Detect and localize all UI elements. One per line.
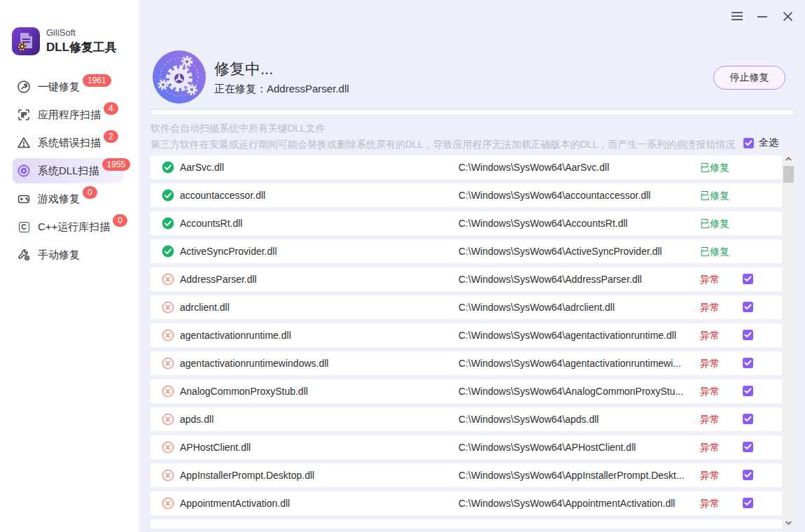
description-line-1: 软件会自动扫描系统中所有关键DLL文件	[150, 122, 326, 135]
select-all-checkbox[interactable]	[743, 138, 754, 148]
sidebar-item-system-dll-scan[interactable]: 系统DLL扫描 1955	[0, 157, 139, 185]
dll-name: ActiveSyncProvider.dll	[180, 239, 277, 263]
sidebar-item-one-key-repair[interactable]: 一键修复 1961	[0, 73, 139, 101]
dll-name: AddressParser.dll	[180, 267, 257, 291]
table-row[interactable]: adrclient.dll C:\Windows\SysWow64\adrcli…	[150, 295, 782, 319]
row-checkbox[interactable]	[743, 442, 753, 452]
table-row[interactable]: APHostClient.dll C:\Windows\SysWow64\APH…	[150, 435, 782, 459]
dll-path: C:\Windows\SysWow64\AnalogCommonProxyStu…	[458, 379, 683, 403]
row-checkbox[interactable]	[743, 302, 753, 312]
error-x-icon	[162, 497, 174, 510]
table-row[interactable]: AnalogCommonProxyStub.dll C:\Windows\Sys…	[150, 379, 782, 403]
select-all-control[interactable]: 全选	[743, 136, 778, 149]
table-row[interactable]: accountaccessor.dll C:\Windows\SysWow64\…	[150, 183, 782, 207]
sidebar-item-label: 系统错误扫描	[38, 136, 101, 150]
status-badge: 异常	[700, 435, 720, 459]
dll-name: accountaccessor.dll	[180, 183, 265, 207]
status-badge: 已修复	[700, 211, 729, 235]
gamepad-icon	[17, 192, 31, 206]
error-x-icon	[162, 385, 174, 398]
sidebar-item-badge: 0	[113, 214, 127, 227]
sidebar-item-game-repair[interactable]: 游戏修复 0	[0, 185, 139, 213]
status-badge: 异常	[700, 323, 720, 347]
dll-path: C:\Windows\SysWow64\accountaccessor.dll	[458, 183, 650, 207]
scrollbar-thumb[interactable]	[783, 166, 794, 183]
dll-name: AnalogCommonProxyStub.dll	[180, 379, 308, 403]
table-row[interactable]: AarSvc.dll C:\Windows\SysWow64\AarSvc.dl…	[150, 155, 782, 179]
table-row[interactable]: AddressParser.dll C:\Windows\SysWow64\Ad…	[150, 267, 782, 291]
brand-company: GiliSoft	[46, 27, 117, 38]
dll-name: AppInstallerPrompt.Desktop.dll	[180, 463, 314, 487]
row-checkbox[interactable]	[743, 414, 753, 424]
dll-name: APHostClient.dll	[180, 435, 251, 459]
error-x-icon	[162, 413, 174, 426]
error-x-icon	[162, 441, 174, 454]
fixed-check-icon	[162, 161, 174, 174]
sidebar-item-manual-repair[interactable]: 手动修复	[0, 241, 139, 269]
scroll-up-icon[interactable]	[783, 153, 794, 164]
sidebar-item-badge: 1955	[102, 158, 131, 171]
sidebar-item-label: 系统DLL扫描	[38, 164, 99, 178]
vertical-scrollbar[interactable]	[783, 153, 794, 528]
sidebar-nav: 一键修复 1961 应用程序扫描 4	[0, 73, 139, 269]
select-all-label: 全选	[759, 136, 778, 149]
minimize-icon[interactable]	[755, 8, 770, 24]
row-checkbox[interactable]	[743, 330, 753, 340]
status-badge: 异常	[700, 295, 720, 319]
dll-path: C:\Windows\SysWow64\AarSvc.dll	[458, 155, 609, 179]
error-x-icon	[162, 469, 174, 482]
dll-path: C:\Windows\SysWow64\AccountsRt.dll	[458, 211, 628, 235]
dll-path: C:\Windows\SysWow64\ActiveSyncProvider.d…	[458, 239, 662, 263]
app-scan-icon	[17, 108, 31, 122]
sidebar-item-label: 应用程序扫描	[38, 108, 101, 122]
sidebar-item-label: 一键修复	[38, 80, 80, 94]
fixed-check-icon	[162, 217, 174, 230]
dll-path: C:\Windows\SysWow64\apds.dll	[458, 407, 598, 431]
status-badge: 异常	[700, 407, 720, 431]
dll-name: AccountsRt.dll	[180, 211, 242, 235]
row-checkbox[interactable]	[743, 470, 753, 480]
scroll-down-icon[interactable]	[783, 517, 794, 528]
sidebar-item-label: C++运行库扫描	[38, 220, 110, 234]
sidebar-item-cpp-runtime-scan[interactable]: C++运行库扫描 0	[0, 213, 139, 241]
status-badge: 异常	[700, 379, 720, 403]
dll-path: C:\Windows\SysWow64\AddressParser.dll	[458, 267, 642, 291]
row-checkbox[interactable]	[743, 358, 753, 368]
dll-list: AarSvc.dll C:\Windows\SysWow64\AarSvc.dl…	[150, 155, 782, 528]
dll-path: C:\Windows\SysWow64\AppointmentActivatio…	[458, 491, 675, 515]
table-row[interactable]: agentactivationruntime.dll C:\Windows\Sy…	[150, 323, 782, 347]
repair-gears-icon	[153, 50, 206, 104]
app-logo-icon	[11, 27, 41, 56]
progress-bar	[150, 109, 794, 115]
sidebar-item-label: 游戏修复	[38, 192, 80, 206]
table-row[interactable]: AppointmentActivation.dll C:\Windows\Sys…	[150, 491, 782, 515]
table-row[interactable]: ActiveSyncProvider.dll C:\Windows\SysWow…	[150, 239, 782, 263]
status-badge: 已修复	[700, 239, 729, 263]
sidebar: GiliSoft DLL修复工具 一键修复 1961	[0, 0, 140, 532]
table-row[interactable]: apds.dll C:\Windows\SysWow64\apds.dll 异常	[150, 407, 782, 431]
dll-path: C:\Windows\SysWow64\AppInstallerPrompt.D…	[458, 463, 685, 487]
description-line-2: 第三方软件在安装或运行期间可能会替换或删除系统原有的DLL，导致应用程序无法加载…	[150, 139, 735, 151]
sidebar-item-badge: 0	[83, 186, 97, 199]
table-row[interactable]: AccountsRt.dll C:\Windows\SysWow64\Accou…	[150, 211, 782, 235]
row-checkbox[interactable]	[743, 274, 753, 284]
row-checkbox[interactable]	[743, 498, 753, 508]
table-row[interactable]: AppInstallerPrompt.Desktop.dll C:\Window…	[150, 463, 782, 487]
status-badge: 异常	[700, 351, 720, 375]
stop-repair-button[interactable]: 停止修复	[713, 66, 785, 90]
close-icon[interactable]	[780, 8, 795, 24]
menu-icon[interactable]	[729, 8, 745, 24]
table-row[interactable]: agentactivationruntimewindows.dll C:\Win…	[150, 351, 782, 375]
error-x-icon	[162, 301, 174, 314]
error-x-icon	[162, 357, 174, 370]
brand-product: DLL修复工具	[46, 39, 117, 55]
row-checkbox[interactable]	[743, 386, 753, 396]
dll-path: C:\Windows\SysWow64\APHostClient.dll	[458, 435, 636, 459]
dll-name: agentactivationruntime.dll	[180, 323, 291, 347]
sidebar-item-app-scan[interactable]: 应用程序扫描 4	[0, 101, 139, 129]
error-scan-icon	[17, 136, 31, 150]
sidebar-item-error-scan[interactable]: 系统错误扫描 2	[0, 129, 139, 157]
fixed-check-icon	[162, 245, 174, 258]
dll-name: adrclient.dll	[180, 295, 230, 319]
dll-scan-icon	[17, 164, 31, 178]
